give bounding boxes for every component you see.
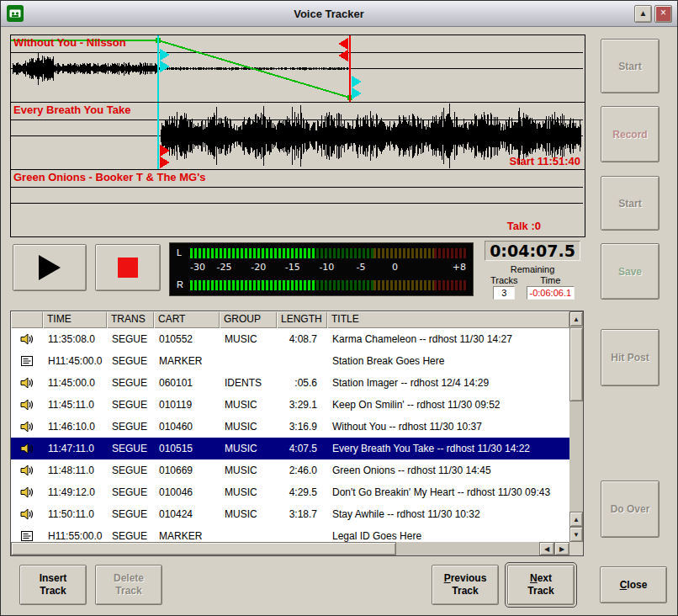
log-header: TIMETRANSCARTGROUPLENGTHTITLE xyxy=(11,311,569,328)
meter-left-label: L xyxy=(177,247,182,258)
cell-trans: SEGUE xyxy=(107,399,154,411)
horizontal-scroll-thumb[interactable] xyxy=(11,542,396,555)
scroll-up-icon[interactable]: ▲ xyxy=(569,311,583,327)
table-row[interactable]: 11:47:11.0SEGUE010515MUSIC4:07.5Every Br… xyxy=(11,438,569,459)
next-track-button[interactable]: NextTrack xyxy=(507,565,575,605)
table-row[interactable]: 11:35:08.0SEGUE010552MUSIC4:08.7Karma Ch… xyxy=(11,328,569,350)
cell-trans: SEGUE xyxy=(107,443,154,454)
scroll-down-icon[interactable]: ▼ xyxy=(569,527,583,542)
close-button[interactable]: Close xyxy=(600,566,667,603)
audio-level-meter: L -30-25-20-15-10-50+8 R xyxy=(169,242,474,296)
cell-cart: 010119 xyxy=(154,399,220,411)
cell-title: Station Break Goes Here xyxy=(327,355,569,367)
remaining-label: Remaining xyxy=(480,264,585,274)
table-row[interactable]: 11:45:00.0SEGUE060101IDENTS:05.6Station … xyxy=(11,372,569,394)
meter-scale: -30-25-20-15-10-50+8 xyxy=(190,261,468,274)
column-header-length[interactable]: LENGTH xyxy=(277,311,327,328)
cell-time: 11:49:12.0 xyxy=(43,486,107,498)
cell-time: 11:35:08.0 xyxy=(43,333,107,345)
table-row[interactable]: H11:55:00.0SEGUEMARKERLegal ID Goes Here xyxy=(11,525,569,542)
remaining-tracks-label: Tracks xyxy=(490,275,518,285)
column-header-icon[interactable] xyxy=(11,311,43,328)
voice-tracker-window: Voice Tracker ▲ × Without You - Nilsson … xyxy=(0,0,678,616)
cell-cart: 010046 xyxy=(154,486,220,498)
column-header-time[interactable]: TIME xyxy=(43,311,107,328)
cell-length: :05.6 xyxy=(277,377,327,389)
close-window-icon[interactable]: × xyxy=(654,5,672,23)
horizontal-scrollbar[interactable]: ◀ ▶ xyxy=(11,542,569,555)
track-pane-1[interactable]: Without You - Nilsson xyxy=(11,35,585,103)
play-button[interactable] xyxy=(13,244,87,291)
delete-track-button[interactable]: DeleteTrack xyxy=(95,565,162,605)
talk-time-label: Talk :0 xyxy=(507,220,541,232)
table-row[interactable]: H11:45:00.0SEGUEMARKERStation Break Goes… xyxy=(11,350,569,372)
cell-title: Station Imager -- rdhost 12/4 14:29 xyxy=(327,377,569,389)
cell-trans: SEGUE xyxy=(107,508,154,520)
cell-cart: 010552 xyxy=(154,333,220,345)
cell-length: 3:29.1 xyxy=(277,399,327,411)
track-pane-3[interactable]: Green Onions - Booker T & The MG's Talk … xyxy=(11,170,585,236)
do-over-button[interactable]: Do Over xyxy=(601,481,659,538)
cell-group: MUSIC xyxy=(220,465,277,476)
cell-group: MUSIC xyxy=(220,443,277,454)
vertical-scroll-thumb[interactable] xyxy=(569,327,583,401)
cell-title: Don't Go Breakin' My Heart -- rdhost 11/… xyxy=(327,486,569,498)
cell-cart: 010515 xyxy=(154,443,220,454)
cell-trans: SEGUE xyxy=(107,355,154,367)
record-button[interactable]: Record xyxy=(601,106,659,162)
cell-title: Stay Awhile -- rdhost 11/30 10:32 xyxy=(327,508,569,520)
maximize-icon[interactable]: ▲ xyxy=(634,5,652,23)
meter-bar-right xyxy=(190,280,468,290)
cell-group: MUSIC xyxy=(220,333,277,345)
column-header-cart[interactable]: CART xyxy=(154,311,220,328)
cell-time: 11:45:00.0 xyxy=(43,377,107,389)
previous-track-button[interactable]: PreviousTrack xyxy=(432,565,499,605)
track-3-title: Green Onions - Booker T & The MG's xyxy=(13,171,205,183)
meter-bar-left xyxy=(190,248,468,258)
log-rows: 11:35:08.0SEGUE010552MUSIC4:08.7Karma Ch… xyxy=(11,328,569,542)
table-row[interactable]: 11:45:11.0SEGUE010119MUSIC3:29.1Keep On … xyxy=(11,394,569,416)
cell-trans: SEGUE xyxy=(107,486,154,498)
cell-group: MUSIC xyxy=(220,486,277,498)
hit-post-button[interactable]: Hit Post xyxy=(601,329,659,386)
waveform-panes: Without You - Nilsson Every Breath You T… xyxy=(10,35,585,237)
vertical-scrollbar[interactable]: ▲ ▲ ▼ xyxy=(569,311,583,542)
start-button[interactable]: Start xyxy=(601,176,659,231)
track-log: TIMETRANSCARTGROUPLENGTHTITLE 11:35:08.0… xyxy=(10,311,584,556)
cell-length: 4:07.5 xyxy=(277,443,327,454)
cell-trans: SEGUE xyxy=(107,530,154,542)
scroll-left-icon[interactable]: ◀ xyxy=(539,542,554,555)
elapsed-time-display: 0:04:07.5 xyxy=(485,241,580,261)
cell-length: 3:16.9 xyxy=(277,421,327,433)
scroll-up-icon[interactable]: ▲ xyxy=(569,512,583,527)
save-button[interactable]: Save xyxy=(601,243,659,300)
cell-cart: MARKER xyxy=(154,530,220,542)
column-header-title[interactable]: TITLE xyxy=(327,311,569,328)
stop-button[interactable] xyxy=(95,244,161,291)
cell-length: 4:29.5 xyxy=(277,486,327,498)
cell-cart: 010669 xyxy=(154,465,220,476)
cell-time: 11:48:11.0 xyxy=(43,465,107,476)
table-row[interactable]: 11:48:11.0SEGUE010669MUSIC2:46.0Green On… xyxy=(11,459,569,481)
cell-length: 4:08.7 xyxy=(277,333,327,345)
cell-title: Without You -- rdhost 11/30 10:37 xyxy=(327,421,569,433)
clock-block: 0:04:07.5 Remaining Tracks 3 Time -0:06:… xyxy=(480,241,585,300)
speaker-icon xyxy=(11,420,43,433)
cell-cart: 010424 xyxy=(154,508,220,520)
column-header-group[interactable]: GROUP xyxy=(220,311,277,328)
track-2-title: Every Breath You Take xyxy=(13,104,130,116)
scrollbar-corner xyxy=(569,542,583,555)
titlebar[interactable]: Voice Tracker ▲ × xyxy=(1,1,677,27)
cell-time: 11:47:11.0 xyxy=(43,443,107,454)
insert-track-button[interactable]: InsertTrack xyxy=(19,565,87,605)
table-row[interactable]: 11:49:12.0SEGUE010046MUSIC4:29.5Don't Go… xyxy=(11,481,569,503)
table-row[interactable]: 11:46:10.0SEGUE010460MUSIC3:16.9Without … xyxy=(11,416,569,438)
remaining-time-label: Time xyxy=(540,275,560,285)
table-row[interactable]: 11:50:11.0SEGUE010424MUSIC3:18.7Stay Awh… xyxy=(11,503,569,525)
column-header-trans[interactable]: TRANS xyxy=(107,311,154,328)
cell-group: MUSIC xyxy=(220,399,277,411)
speaker-icon xyxy=(11,332,43,346)
scroll-right-icon[interactable]: ▶ xyxy=(554,542,569,555)
track-pane-2[interactable]: Every Breath You Take Start 11:51:40 xyxy=(11,103,585,170)
start-button[interactable]: Start xyxy=(601,39,659,93)
